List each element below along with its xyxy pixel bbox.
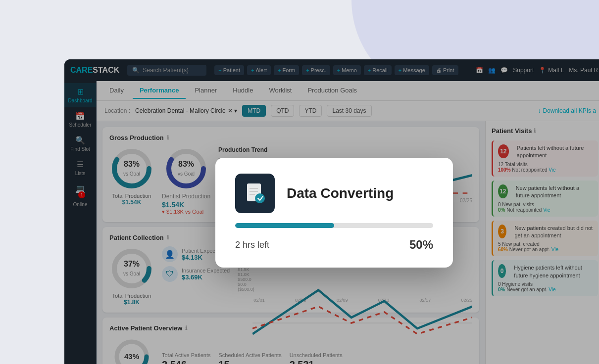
modal-footer: 2 hrs left 50% xyxy=(235,238,433,252)
svg-point-14 xyxy=(255,193,265,203)
data-converting-modal: Data Converting 2 hrs left 50% xyxy=(215,158,453,268)
modal-header: Data Converting xyxy=(235,174,433,213)
progress-bar-fill xyxy=(235,223,334,228)
progress-bar-container xyxy=(235,223,433,228)
modal-overlay: Data Converting 2 hrs left 50% xyxy=(64,59,599,364)
time-left: 2 hrs left xyxy=(235,240,269,250)
percent-value: 50% xyxy=(409,238,433,252)
modal-icon xyxy=(235,174,275,213)
laptop-frame: CARESTACK 🔍 Search Patient(s) + Patient … xyxy=(64,59,599,364)
modal-title: Data Converting xyxy=(287,185,394,201)
